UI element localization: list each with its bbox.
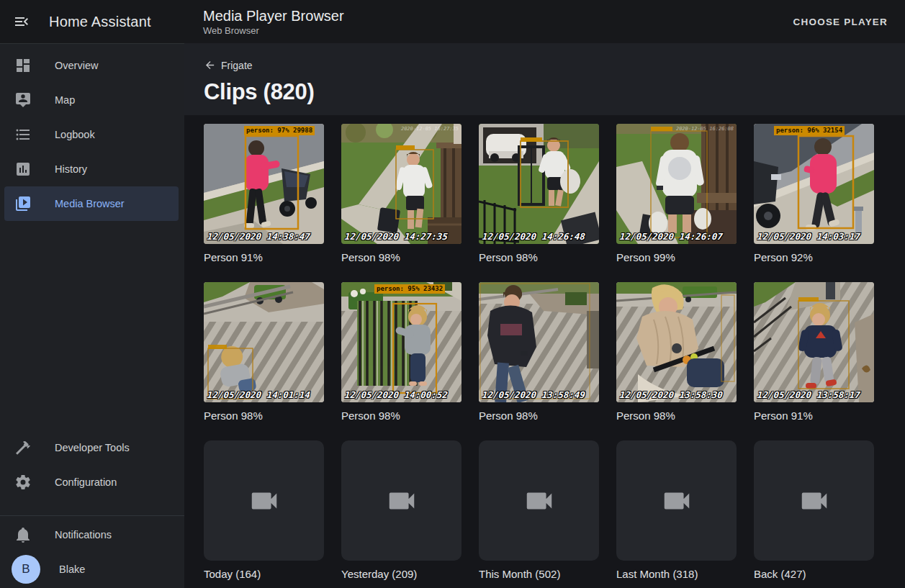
toolbar: Media Player Browser Web Browser CHOOSE …: [184, 0, 905, 43]
clip-caption: Person 98%: [341, 409, 461, 423]
clip-caption: Person 92%: [754, 250, 874, 265]
page-heading: Media Player Browser Web Browser: [203, 7, 344, 37]
folder-label: Yesterday (209): [341, 567, 461, 582]
sidebar-item-history[interactable]: History: [4, 152, 179, 186]
sidebar-item-configuration[interactable]: Configuration: [4, 465, 179, 499]
clip-timestamp: 12/05/2020 14:27:35: [344, 231, 448, 242]
main-content: Frigate Clips (820): [184, 43, 905, 588]
clip-card[interactable]: 12/05/2020 13:58:17 Person 91%: [754, 282, 874, 423]
clip-thumbnail: 2020-12-05 16:27:35 12/05/2020 14:27:35: [341, 124, 461, 244]
clip-caption: Person 98%: [204, 409, 324, 423]
page-heading-title: Media Player Browser: [203, 7, 344, 24]
page-heading-subtitle: Web Browser: [203, 24, 344, 37]
clip-timestamp: 12/05/2020 14:01:14: [207, 389, 310, 400]
folder-label: Last Month (318): [616, 567, 737, 582]
sidebar-item-user[interactable]: B Blake: [4, 552, 179, 587]
clip-card[interactable]: 12/05/2020 13:58:49 Person 98%: [479, 282, 599, 423]
clip-caption: Person 98%: [341, 250, 461, 265]
clip-card[interactable]: 12/05/2020 13:58:30 Person 98%: [616, 282, 737, 423]
clip-thumbnail: person: 97% 29988 12/05/2020 14:38:47: [204, 124, 324, 244]
sidebar-item-label: History: [55, 163, 87, 175]
clip-timestamp: 12/05/2020 13:58:49: [482, 389, 585, 400]
clip-timestamp: 12/05/2020 14:00:52: [344, 389, 448, 400]
clip-caption: Person 99%: [616, 250, 737, 265]
folder-label: Back (427): [754, 567, 874, 582]
folder-label: Today (164): [204, 567, 324, 582]
detection-label: person: 95% 23432: [374, 284, 445, 294]
sidebar: Overview Map Logbook History Media Brows…: [0, 43, 184, 588]
clip-thumbnail: 12/05/2020 13:58:30: [616, 282, 737, 402]
clip-thumbnail: 12/05/2020 14:01:14: [204, 282, 324, 402]
clip-thumbnail: 12/05/2020 14:26:48: [479, 124, 599, 244]
play-box-multiple-icon: [14, 195, 32, 212]
clip-timestamp: 12/05/2020 13:58:30: [619, 389, 723, 400]
sidebar-item-label: Media Browser: [55, 198, 125, 209]
sidebar-item-developer-tools[interactable]: Developer Tools: [4, 430, 179, 465]
folder-tile: [616, 440, 737, 561]
clip-caption: Person 91%: [204, 250, 324, 265]
clip-card[interactable]: 2020-12-05 16:27:35 12/05/2020 14:27:35 …: [341, 124, 461, 265]
list-icon: [14, 126, 32, 143]
page-title: Clips (820): [204, 79, 905, 105]
video-icon: [793, 484, 835, 517]
choose-player-button[interactable]: CHOOSE PLAYER: [788, 11, 893, 33]
clip-timestamp: 12/05/2020 14:38:47: [207, 231, 310, 242]
clip-thumbnail: person: 96% 32154 12/05/2020 14:03:17: [754, 124, 874, 244]
folder-tile: [754, 440, 874, 561]
media-browser-header: Frigate Clips (820): [184, 43, 905, 115]
gear-icon: [14, 474, 32, 491]
app-title: Home Assistant: [49, 14, 151, 30]
menu-open-icon: [13, 13, 30, 30]
sidebar-toggle-button[interactable]: [13, 13, 30, 30]
folder-card-this-month[interactable]: This Month (502): [479, 440, 599, 582]
clip-card[interactable]: 12/05/2020 14:01:14 Person 98%: [204, 282, 324, 423]
folder-tile: [479, 440, 599, 561]
hammer-icon: [14, 439, 32, 456]
sidebar-header: Home Assistant: [0, 0, 184, 43]
sidebar-item-map[interactable]: Map: [4, 83, 179, 117]
clip-caption: Person 98%: [479, 250, 599, 265]
detection-label: person: 97% 29988: [244, 126, 315, 135]
chart-box-icon: [14, 160, 32, 178]
breadcrumb-label: Frigate: [221, 60, 253, 71]
sidebar-item-label: Overview: [55, 60, 98, 71]
clip-thumbnail: person: 95% 23432 12/05/2020 14:00:52: [341, 282, 461, 402]
folder-card-yesterday[interactable]: Yesterday (209): [341, 440, 461, 582]
folder-card-back[interactable]: Back (427): [754, 440, 874, 582]
clip-caption: Person 98%: [479, 409, 599, 423]
breadcrumb-back[interactable]: Frigate: [204, 59, 253, 71]
sidebar-item-label: Map: [55, 94, 75, 106]
clips-content: person: 97% 29988 12/05/2020 14:38:47 Pe…: [184, 115, 905, 588]
clip-thumbnail: 12/05/2020 13:58:17: [754, 282, 874, 402]
clip-timestamp: 12/05/2020 13:58:17: [757, 389, 860, 400]
clip-timestamp: 12/05/2020 14:03:17: [757, 231, 860, 242]
video-icon: [381, 484, 423, 517]
sidebar-item-overview[interactable]: Overview: [4, 48, 179, 83]
sidebar-item-media-browser[interactable]: Media Browser: [4, 186, 179, 221]
clip-caption: Person 98%: [616, 409, 737, 423]
clip-card[interactable]: person: 96% 32154 12/05/2020 14:03:17 Pe…: [754, 124, 874, 265]
map-account-icon: [14, 91, 32, 109]
clip-card[interactable]: person: 95% 23432 12/05/2020 14:00:52 Pe…: [341, 282, 461, 423]
folder-label: This Month (502): [479, 567, 599, 582]
video-icon: [518, 484, 560, 517]
avatar: B: [12, 555, 40, 584]
sidebar-item-notifications[interactable]: Notifications: [4, 517, 179, 552]
clip-card[interactable]: 2020-12-05 16:26:08 12/05/2020 14:26:07 …: [616, 124, 737, 265]
clip-thumbnail: 12/05/2020 13:58:49: [479, 282, 599, 402]
camera-osd-timestamp: 2020-12-05 16:27:35: [401, 126, 459, 132]
clip-card[interactable]: 12/05/2020 14:26:48 Person 98%: [479, 124, 599, 265]
sidebar-item-logbook[interactable]: Logbook: [4, 117, 179, 152]
folder-tile: [341, 440, 461, 561]
folder-card-last-month[interactable]: Last Month (318): [616, 440, 737, 582]
folder-card-today[interactable]: Today (164): [204, 440, 324, 582]
dashboard-icon: [14, 57, 32, 74]
video-icon: [243, 484, 285, 517]
detection-label: person: 96% 32154: [774, 126, 845, 135]
clip-card[interactable]: person: 97% 29988 12/05/2020 14:38:47 Pe…: [204, 124, 324, 265]
user-name: Blake: [59, 564, 85, 575]
clip-thumbnail: 2020-12-05 16:26:08 12/05/2020 14:26:07: [616, 124, 737, 244]
clip-timestamp: 12/05/2020 14:26:48: [482, 231, 585, 242]
arrow-left-icon: [204, 59, 216, 71]
sidebar-item-label: Developer Tools: [55, 442, 130, 453]
